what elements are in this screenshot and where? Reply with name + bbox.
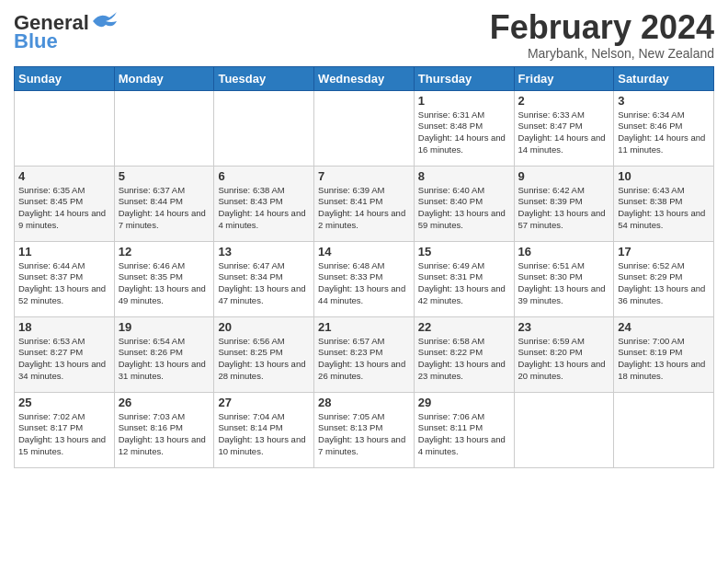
header-saturday: Saturday [614, 66, 714, 90]
day-cell: 21Sunrise: 6:57 AM Sunset: 8:23 PM Dayli… [314, 316, 415, 392]
day-number: 14 [318, 245, 410, 259]
title-section: February 2024 Marybank, Nelson, New Zeal… [490, 9, 714, 61]
day-cell [15, 90, 115, 166]
day-cell: 22Sunrise: 6:58 AM Sunset: 8:22 PM Dayli… [414, 316, 514, 392]
day-cell: 10Sunrise: 6:43 AM Sunset: 8:38 PM Dayli… [614, 166, 714, 241]
day-info: Sunrise: 6:35 AM Sunset: 8:45 PM Dayligh… [18, 185, 110, 232]
week-row-1: 1Sunrise: 6:31 AM Sunset: 8:48 PM Daylig… [15, 90, 714, 166]
day-info: Sunrise: 7:02 AM Sunset: 8:17 PM Dayligh… [18, 411, 110, 458]
day-info: Sunrise: 6:48 AM Sunset: 8:33 PM Dayligh… [318, 260, 410, 307]
day-number: 12 [119, 245, 210, 259]
day-cell: 27Sunrise: 7:04 AM Sunset: 8:14 PM Dayli… [214, 392, 314, 467]
day-number: 29 [418, 396, 510, 409]
day-number: 11 [18, 245, 110, 259]
page: General Blue February 2024 Marybank, Nel… [0, 0, 728, 477]
day-cell: 29Sunrise: 7:06 AM Sunset: 8:11 PM Dayli… [414, 392, 514, 467]
day-info: Sunrise: 7:00 AM Sunset: 8:19 PM Dayligh… [618, 336, 710, 383]
day-cell: 14Sunrise: 6:48 AM Sunset: 8:33 PM Dayli… [314, 241, 415, 316]
header-wednesday: Wednesday [314, 66, 415, 90]
day-cell: 18Sunrise: 6:53 AM Sunset: 8:27 PM Dayli… [15, 316, 115, 392]
day-cell [614, 392, 714, 467]
day-number: 26 [119, 396, 210, 409]
day-info: Sunrise: 6:44 AM Sunset: 8:37 PM Dayligh… [18, 260, 110, 307]
day-cell: 7Sunrise: 6:39 AM Sunset: 8:41 PM Daylig… [314, 166, 415, 241]
day-info: Sunrise: 6:54 AM Sunset: 8:26 PM Dayligh… [119, 336, 210, 383]
day-info: Sunrise: 6:37 AM Sunset: 8:44 PM Dayligh… [119, 185, 210, 232]
header-friday: Friday [514, 66, 614, 90]
location: Marybank, Nelson, New Zealand [490, 46, 714, 61]
day-cell: 8Sunrise: 6:40 AM Sunset: 8:40 PM Daylig… [414, 166, 514, 241]
day-number: 17 [618, 245, 710, 259]
day-cell: 16Sunrise: 6:51 AM Sunset: 8:30 PM Dayli… [514, 241, 614, 316]
day-cell: 3Sunrise: 6:34 AM Sunset: 8:46 PM Daylig… [614, 90, 714, 166]
day-cell [314, 90, 415, 166]
day-cell: 25Sunrise: 7:02 AM Sunset: 8:17 PM Dayli… [15, 392, 115, 467]
day-cell: 26Sunrise: 7:03 AM Sunset: 8:16 PM Dayli… [114, 392, 214, 467]
day-cell: 9Sunrise: 6:42 AM Sunset: 8:39 PM Daylig… [514, 166, 614, 241]
day-cell: 12Sunrise: 6:46 AM Sunset: 8:35 PM Dayli… [114, 241, 214, 316]
day-number: 19 [119, 320, 210, 334]
day-number: 27 [218, 396, 310, 409]
day-number: 18 [18, 320, 110, 334]
week-row-4: 18Sunrise: 6:53 AM Sunset: 8:27 PM Dayli… [15, 316, 714, 392]
day-number: 9 [518, 169, 610, 183]
day-number: 22 [418, 320, 510, 334]
header: General Blue February 2024 Marybank, Nel… [14, 9, 714, 61]
day-number: 16 [518, 245, 610, 259]
day-number: 2 [518, 94, 610, 108]
logo: General Blue [14, 13, 119, 53]
day-number: 5 [119, 169, 210, 183]
day-number: 8 [418, 169, 510, 183]
day-cell: 5Sunrise: 6:37 AM Sunset: 8:44 PM Daylig… [114, 166, 214, 241]
day-number: 15 [418, 245, 510, 259]
day-info: Sunrise: 6:52 AM Sunset: 8:29 PM Dayligh… [618, 260, 710, 307]
day-cell: 13Sunrise: 6:47 AM Sunset: 8:34 PM Dayli… [214, 241, 314, 316]
day-number: 10 [618, 169, 710, 183]
day-number: 7 [318, 169, 410, 183]
day-number: 20 [218, 320, 310, 334]
week-row-2: 4Sunrise: 6:35 AM Sunset: 8:45 PM Daylig… [15, 166, 714, 241]
day-info: Sunrise: 6:57 AM Sunset: 8:23 PM Dayligh… [318, 336, 410, 383]
day-info: Sunrise: 6:42 AM Sunset: 8:39 PM Dayligh… [518, 185, 610, 232]
day-info: Sunrise: 6:39 AM Sunset: 8:41 PM Dayligh… [318, 185, 410, 232]
day-info: Sunrise: 6:31 AM Sunset: 8:48 PM Dayligh… [418, 109, 510, 156]
day-cell: 23Sunrise: 6:59 AM Sunset: 8:20 PM Dayli… [514, 316, 614, 392]
day-cell [214, 90, 314, 166]
header-row: SundayMondayTuesdayWednesdayThursdayFrid… [15, 66, 714, 90]
day-info: Sunrise: 6:56 AM Sunset: 8:25 PM Dayligh… [218, 336, 310, 383]
logo-bird-icon [91, 10, 119, 32]
day-cell: 24Sunrise: 7:00 AM Sunset: 8:19 PM Dayli… [614, 316, 714, 392]
day-number: 21 [318, 320, 410, 334]
header-monday: Monday [114, 66, 214, 90]
day-cell: 19Sunrise: 6:54 AM Sunset: 8:26 PM Dayli… [114, 316, 214, 392]
header-tuesday: Tuesday [214, 66, 314, 90]
day-info: Sunrise: 6:58 AM Sunset: 8:22 PM Dayligh… [418, 336, 510, 383]
header-thursday: Thursday [414, 66, 514, 90]
day-info: Sunrise: 7:06 AM Sunset: 8:11 PM Dayligh… [418, 411, 510, 458]
day-number: 13 [218, 245, 310, 259]
week-row-5: 25Sunrise: 7:02 AM Sunset: 8:17 PM Dayli… [15, 392, 714, 467]
day-cell: 1Sunrise: 6:31 AM Sunset: 8:48 PM Daylig… [414, 90, 514, 166]
day-info: Sunrise: 6:46 AM Sunset: 8:35 PM Dayligh… [119, 260, 210, 307]
day-cell [514, 392, 614, 467]
day-info: Sunrise: 7:03 AM Sunset: 8:16 PM Dayligh… [119, 411, 210, 458]
day-number: 4 [18, 169, 110, 183]
day-cell: 11Sunrise: 6:44 AM Sunset: 8:37 PM Dayli… [15, 241, 115, 316]
calendar-table: SundayMondayTuesdayWednesdayThursdayFrid… [14, 66, 714, 468]
day-info: Sunrise: 6:38 AM Sunset: 8:43 PM Dayligh… [218, 185, 310, 232]
day-info: Sunrise: 6:59 AM Sunset: 8:20 PM Dayligh… [518, 336, 610, 383]
day-cell: 4Sunrise: 6:35 AM Sunset: 8:45 PM Daylig… [15, 166, 115, 241]
day-cell: 28Sunrise: 7:05 AM Sunset: 8:13 PM Dayli… [314, 392, 415, 467]
header-sunday: Sunday [15, 66, 115, 90]
day-cell: 20Sunrise: 6:56 AM Sunset: 8:25 PM Dayli… [214, 316, 314, 392]
month-title: February 2024 [490, 9, 714, 46]
day-info: Sunrise: 6:49 AM Sunset: 8:31 PM Dayligh… [418, 260, 510, 307]
day-number: 6 [218, 169, 310, 183]
day-number: 1 [418, 94, 510, 108]
day-number: 23 [518, 320, 610, 334]
day-info: Sunrise: 6:33 AM Sunset: 8:47 PM Dayligh… [518, 109, 610, 156]
day-number: 28 [318, 396, 410, 409]
day-info: Sunrise: 6:34 AM Sunset: 8:46 PM Dayligh… [618, 109, 710, 156]
day-cell: 2Sunrise: 6:33 AM Sunset: 8:47 PM Daylig… [514, 90, 614, 166]
day-number: 24 [618, 320, 710, 334]
